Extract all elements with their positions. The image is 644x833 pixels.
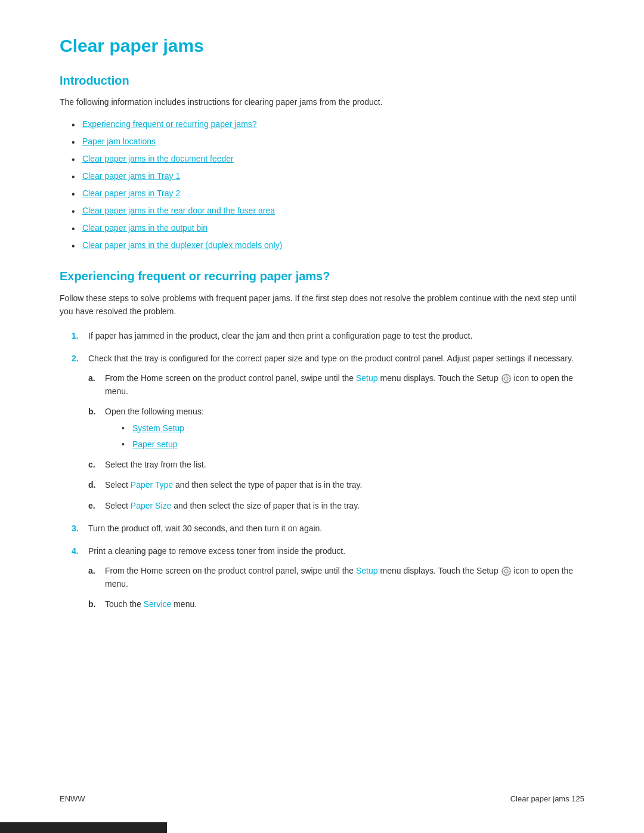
intro-body: The following information includes instr…: [60, 96, 584, 109]
link-system-setup[interactable]: System Setup: [132, 423, 184, 433]
list-item: Clear paper jams in Tray 1: [72, 170, 584, 182]
step-4: Print a cleaning page to remove excess t…: [72, 544, 584, 611]
list-item: Experiencing frequent or recurring paper…: [72, 118, 584, 131]
footer-left: ENWW: [60, 794, 85, 803]
substep-2e-after: and then select the size of paper that i…: [171, 501, 360, 510]
footer-right: Clear paper jams 125: [510, 794, 584, 803]
link-tray2[interactable]: Clear paper jams in Tray 2: [82, 188, 180, 198]
substep-4a-before: From the Home screen on the product cont…: [105, 566, 356, 575]
footer-bar: [0, 822, 167, 833]
step-1: If paper has jammed in the product, clea…: [72, 329, 584, 342]
step-2-text: Check that the tray is configured for th…: [88, 354, 574, 363]
substep-4a-after: menu displays. Touch the Setup: [378, 566, 501, 575]
frequent-heading: Experiencing frequent or recurring paper…: [60, 270, 584, 283]
page-footer: ENWW Clear paper jams 125: [60, 794, 584, 803]
substep-2d: Select Paper Type and then select the ty…: [88, 478, 584, 491]
substep-2a-cyan: Setup: [356, 373, 378, 383]
substep-2a-text-after: menu displays. Touch the Setup: [378, 373, 501, 383]
substep-2c: Select the tray from the list.: [88, 458, 584, 471]
list-item: Paper jam locations: [72, 135, 584, 148]
substep-2e-cyan: Paper Size: [131, 501, 171, 510]
list-item: Clear paper jams in Tray 2: [72, 187, 584, 200]
substep-2c-text: Select the tray from the list.: [105, 460, 206, 469]
link-duplexer[interactable]: Clear paper jams in the duplexer (duplex…: [82, 240, 282, 250]
substep-2a-text-before: From the Home screen on the product cont…: [105, 373, 356, 383]
substep-4b: Touch the Service menu.: [88, 597, 584, 611]
bullet-paper-setup: Paper setup: [122, 438, 584, 451]
link-paper-setup[interactable]: Paper setup: [132, 439, 178, 449]
link-output-bin[interactable]: Clear paper jams in the output bin: [82, 223, 208, 233]
page-title: Clear paper jams: [60, 36, 584, 56]
toc-list: Experiencing frequent or recurring paper…: [72, 118, 584, 252]
link-rear-door[interactable]: Clear paper jams in the rear door and th…: [82, 206, 275, 215]
list-item: Clear paper jams in the duplexer (duplex…: [72, 239, 584, 252]
step-3: Turn the product off, wait 30 seconds, a…: [72, 522, 584, 535]
substep-4b-after: menu.: [171, 599, 197, 609]
substep-2e-before: Select: [105, 501, 131, 510]
link-tray1[interactable]: Clear paper jams in Tray 1: [82, 171, 180, 181]
substep-2b-text: Open the following menus:: [105, 407, 204, 416]
substep-4b-cyan: Service: [144, 599, 172, 609]
submenu-list: System Setup Paper setup: [122, 422, 584, 451]
main-steps-list: If paper has jammed in the product, clea…: [72, 329, 584, 611]
bullet-system-setup: System Setup: [122, 422, 584, 435]
link-doc-feeder[interactable]: Clear paper jams in the document feeder: [82, 154, 234, 163]
gear-icon-2: [501, 566, 511, 576]
substep-4a-cyan: Setup: [356, 566, 378, 575]
list-item: Clear paper jams in the output bin: [72, 222, 584, 234]
introduction-heading: Introduction: [60, 74, 584, 88]
substep-2a: From the Home screen on the product cont…: [88, 371, 584, 398]
substep-2d-after: and then select the type of paper that i…: [173, 480, 362, 490]
gear-icon: [501, 374, 511, 383]
substep-2b: Open the following menus: System Setup P…: [88, 405, 584, 450]
step-1-text: If paper has jammed in the product, clea…: [88, 331, 472, 340]
step-3-text: Turn the product off, wait 30 seconds, a…: [88, 524, 322, 533]
substep-2d-before: Select: [105, 480, 131, 490]
substep-4b-before: Touch the: [105, 599, 144, 609]
substep-4a: From the Home screen on the product cont…: [88, 564, 584, 591]
step-4-text: Print a cleaning page to remove excess t…: [88, 546, 345, 556]
svg-point-7: [504, 569, 508, 573]
link-paper-jam-locations[interactable]: Paper jam locations: [82, 137, 156, 146]
substep-2e: Select Paper Size and then select the si…: [88, 499, 584, 512]
step-2-substeps: From the Home screen on the product cont…: [88, 371, 584, 512]
substep-2d-cyan: Paper Type: [131, 480, 173, 490]
step-4-substeps: From the Home screen on the product cont…: [88, 564, 584, 611]
step-2: Check that the tray is configured for th…: [72, 352, 584, 512]
list-item: Clear paper jams in the rear door and th…: [72, 205, 584, 217]
link-frequent-jams[interactable]: Experiencing frequent or recurring paper…: [82, 119, 257, 129]
svg-point-1: [504, 377, 508, 380]
frequent-intro: Follow these steps to solve problems wit…: [60, 292, 584, 318]
list-item: Clear paper jams in the document feeder: [72, 153, 584, 165]
